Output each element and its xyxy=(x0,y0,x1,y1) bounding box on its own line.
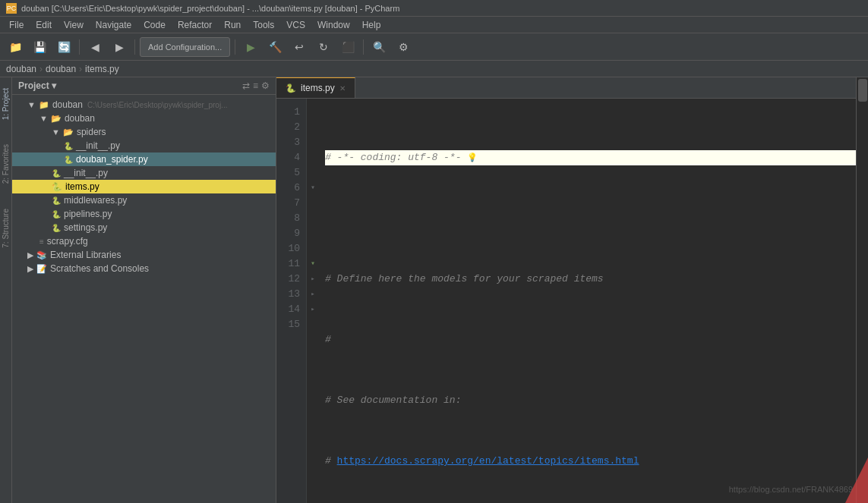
breadcrumb-douban[interactable]: douban xyxy=(46,64,76,74)
editor-scrollbar[interactable] xyxy=(857,77,869,503)
sidebar-item-project[interactable]: 1: Project xyxy=(0,83,11,124)
settings-button[interactable]: ⚙ xyxy=(393,36,414,58)
toolbar-separator-1 xyxy=(79,39,80,55)
expand-icon-spiders: ▼ xyxy=(52,127,60,137)
stop-button[interactable]: ⬛ xyxy=(337,36,358,58)
tree-folder-douban[interactable]: ▼ 📂 douban xyxy=(12,112,276,125)
gutter-10 xyxy=(307,241,319,256)
tree-path: C:\Users\Eric\Desktop\pywk\spider_proj..… xyxy=(87,101,228,109)
code-editor[interactable]: 1 2 3 4 5 6 7 8 9 10 11 12 13 14 15 xyxy=(276,99,856,503)
file-tree: ▼ 📁 douban C:\Users\Eric\Desktop\pywk\sp… xyxy=(12,95,276,503)
sidebar-item-favorites[interactable]: 2: Favorites xyxy=(0,140,11,188)
sidebar-item-structure[interactable]: 7: Structure xyxy=(0,204,11,253)
toolbar: 📁 💾 🔄 ◀ ▶ Add Configuration... ▶ 🔨 ↩ ↻ ⬛… xyxy=(0,33,868,61)
line-num-2: 2 xyxy=(282,120,300,135)
lightbulb-icon[interactable]: 💡 xyxy=(467,150,478,165)
rerun-button[interactable]: ↻ xyxy=(313,36,334,58)
gutter-2 xyxy=(307,120,319,135)
menu-bar: File Edit View Navigate Code Refactor Ru… xyxy=(0,17,868,33)
tree-file-init-douban[interactable]: 🐍 __init__.py xyxy=(12,166,276,180)
expand-icon-ext: ▶ xyxy=(27,250,33,260)
menu-file[interactable]: File xyxy=(3,18,30,32)
breadcrumb-file[interactable]: items.py xyxy=(85,64,119,74)
save-button[interactable]: 💾 xyxy=(29,36,50,58)
py-icon-2: 🐍 xyxy=(64,156,73,164)
tree-file-scrapycfg[interactable]: ≡ scrapy.cfg xyxy=(12,234,276,248)
sync-button[interactable]: 🔄 xyxy=(53,36,74,58)
back-button[interactable]: ◀ xyxy=(84,36,106,58)
code-content[interactable]: # -*- coding: utf-8 -*- 💡 # Define here … xyxy=(319,99,856,503)
menu-edit[interactable]: Edit xyxy=(30,18,58,32)
tree-file-settings[interactable]: 🐍 settings.py xyxy=(12,221,276,234)
gutter-8 xyxy=(307,211,319,226)
settings-icon[interactable]: ⚙ xyxy=(261,80,270,91)
code-text-6a: # xyxy=(325,454,337,469)
menu-view[interactable]: View xyxy=(58,18,90,32)
tab-items-py[interactable]: 🐍 items.py ✕ xyxy=(276,77,355,98)
tree-file-items[interactable]: 🐍 items.py xyxy=(12,180,276,193)
run-button[interactable]: ▶ xyxy=(240,36,261,58)
tree-label-middlewares: middlewares.py xyxy=(64,195,127,206)
tree-label-init-douban: __init__.py xyxy=(64,168,108,178)
tab-label: items.py xyxy=(301,83,335,93)
open-folder-button[interactable]: 📁 xyxy=(5,36,26,58)
tree-label-items: items.py xyxy=(65,181,99,192)
search-everywhere-button[interactable]: 🔍 xyxy=(368,36,390,58)
menu-run[interactable]: Run xyxy=(218,18,247,32)
tree-external-libs[interactable]: ▶ 📚 External Libraries xyxy=(12,248,276,262)
code-text-1: # -*- coding: utf-8 -*- xyxy=(325,150,461,165)
expand-icon: ▼ xyxy=(27,100,36,109)
code-text-4: # xyxy=(325,332,331,347)
lib-icon: 📚 xyxy=(36,250,47,260)
tree-file-douban-spider[interactable]: 🐍 douban_spider.py xyxy=(12,152,276,166)
code-link-6[interactable]: https://docs.scrapy.org/en/latest/topics… xyxy=(337,454,639,469)
watermark-text: https://blog.csdn.net/FRANK4869 xyxy=(729,485,853,494)
gutter-5 xyxy=(307,165,319,181)
tree-label-settings: settings.py xyxy=(64,222,107,233)
left-tab-strip: 1: Project 2: Favorites 7: Structure xyxy=(0,77,12,503)
line-num-13: 13 xyxy=(282,287,300,302)
menu-vcs[interactable]: VCS xyxy=(280,18,311,32)
line-num-9: 9 xyxy=(282,226,300,241)
py-icon-5: 🐍 xyxy=(52,196,61,205)
build-button[interactable]: 🔨 xyxy=(264,36,286,58)
step-button[interactable]: ↩ xyxy=(289,36,310,58)
tree-label-init-spiders: __init__.py xyxy=(76,140,120,151)
folder-icon-2: 📂 xyxy=(51,114,62,124)
tree-label-spiders: spiders xyxy=(77,127,106,137)
line-numbers: 1 2 3 4 5 6 7 8 9 10 11 12 13 14 15 xyxy=(276,99,307,503)
window-title: douban [C:\Users\Eric\Desktop\pywk\spide… xyxy=(21,4,399,13)
gutter-6: ▾ xyxy=(307,181,319,196)
tree-root-douban[interactable]: ▼ 📁 douban C:\Users\Eric\Desktop\pywk\sp… xyxy=(12,98,276,112)
line-num-12: 12 xyxy=(282,272,300,287)
tree-folder-spiders[interactable]: ▼ 📂 spiders xyxy=(12,125,276,139)
scrollbar-thumb[interactable] xyxy=(858,79,867,102)
right-sidebar xyxy=(856,77,868,503)
cfg-icon: ≡ xyxy=(39,237,44,246)
menu-window[interactable]: Window xyxy=(311,18,356,32)
sync-icon[interactable]: ⇄ xyxy=(242,80,250,91)
tree-file-middlewares[interactable]: 🐍 middlewares.py xyxy=(12,193,276,207)
menu-code[interactable]: Code xyxy=(137,18,172,32)
toolbar-separator-3 xyxy=(235,39,235,55)
tree-file-pipelines[interactable]: 🐍 pipelines.py xyxy=(12,207,276,221)
forward-button[interactable]: ▶ xyxy=(109,36,130,58)
tree-label-external: External Libraries xyxy=(50,250,121,260)
menu-navigate[interactable]: Navigate xyxy=(90,18,137,32)
toolbar-separator-4 xyxy=(363,39,364,55)
tab-close-button[interactable]: ✕ xyxy=(339,84,346,93)
line-num-4: 4 xyxy=(282,150,300,165)
menu-tools[interactable]: Tools xyxy=(247,18,280,32)
py-icon-4: 🐍 xyxy=(52,182,62,192)
project-panel-header: Project ▾ ⇄ ≡ ⚙ xyxy=(12,77,276,95)
tree-scratches[interactable]: ▶ 📝 Scratches and Consoles xyxy=(12,262,276,275)
line-num-3: 3 xyxy=(282,135,300,150)
code-line-4: # xyxy=(325,332,856,347)
collapse-icon[interactable]: ≡ xyxy=(253,80,258,91)
menu-refactor[interactable]: Refactor xyxy=(172,18,218,32)
add-configuration-button[interactable]: Add Configuration... xyxy=(140,37,230,57)
gutter-1 xyxy=(307,105,319,120)
tree-file-init-spiders[interactable]: 🐍 __init__.py xyxy=(12,139,276,152)
menu-help[interactable]: Help xyxy=(356,18,387,32)
breadcrumb-root[interactable]: douban xyxy=(6,64,36,74)
